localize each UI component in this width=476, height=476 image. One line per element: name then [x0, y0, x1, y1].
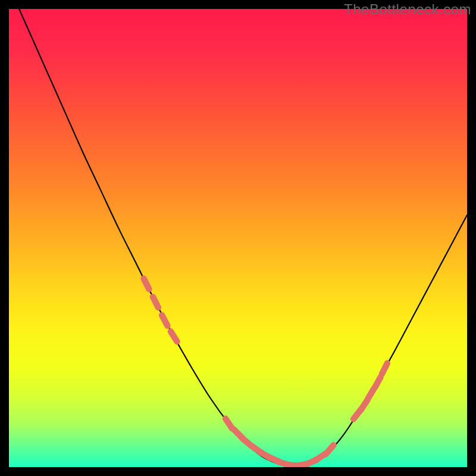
marker-dash — [153, 297, 158, 308]
marker-dash — [162, 315, 167, 326]
marker-dash — [171, 331, 177, 342]
marker-dash — [375, 377, 381, 388]
plot-area — [9, 9, 467, 467]
marker-dash — [382, 364, 387, 374]
chart-stage: TheBottleneck.com — [0, 0, 476, 476]
watermark-text: TheBottleneck.com — [344, 1, 471, 18]
marker-dash — [144, 278, 149, 289]
bottleneck-curve — [9, 9, 467, 466]
marker-dash — [325, 445, 333, 454]
curve-layer — [9, 9, 467, 467]
highlighted-points — [144, 278, 387, 466]
marker-dash — [368, 389, 374, 399]
marker-dash — [226, 419, 232, 429]
marker-dash — [361, 400, 367, 411]
